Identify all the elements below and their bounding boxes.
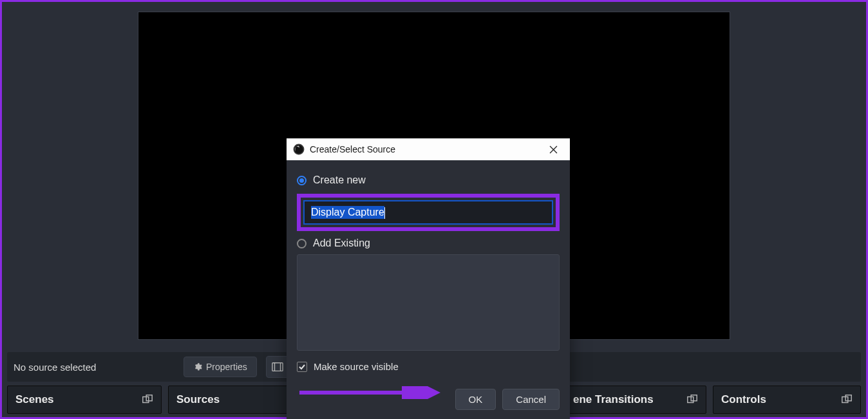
filters-icon — [272, 362, 283, 372]
name-input-highlight: Display Capture — [297, 194, 560, 231]
svg-rect-3 — [143, 397, 149, 403]
panel-header-controls[interactable]: Controls — [713, 386, 861, 414]
svg-rect-10 — [845, 395, 851, 401]
radio-unchecked-icon — [297, 239, 307, 248]
create-new-radio[interactable]: Create new — [297, 174, 560, 186]
make-visible-checkbox[interactable]: Make source visible — [297, 361, 560, 372]
panel-title-transitions: ene Transitions — [573, 393, 654, 406]
ok-button[interactable]: OK — [455, 389, 496, 410]
gear-icon — [193, 362, 202, 371]
svg-rect-9 — [842, 397, 848, 403]
panel-title-scenes: Scenes — [15, 393, 54, 406]
cancel-button[interactable]: Cancel — [502, 389, 560, 410]
dialog-title: Create/Select Source — [310, 144, 538, 154]
panel-title-controls: Controls — [721, 393, 766, 406]
add-existing-label: Add Existing — [313, 237, 370, 249]
add-existing-radio[interactable]: Add Existing — [297, 237, 560, 249]
svg-rect-0 — [272, 363, 283, 371]
dock-icon[interactable] — [841, 394, 853, 405]
text-caret — [384, 207, 385, 219]
dock-icon[interactable] — [686, 394, 698, 405]
properties-button-label: Properties — [206, 362, 247, 372]
create-new-label: Create new — [313, 174, 366, 186]
checkbox-checked-icon — [297, 362, 307, 372]
source-status-text: No source selected — [14, 362, 175, 373]
source-name-input[interactable]: Display Capture — [303, 200, 553, 225]
panel-header-transitions[interactable]: ene Transitions — [565, 386, 706, 414]
panel-title-sources: Sources — [176, 393, 220, 406]
create-source-dialog: Create/Select Source Create new Display … — [287, 138, 570, 419]
make-visible-label: Make source visible — [314, 361, 399, 372]
close-icon — [549, 145, 558, 154]
obs-logo-icon — [293, 144, 305, 155]
panel-header-scenes[interactable]: Scenes — [7, 386, 162, 414]
dialog-close-button[interactable] — [543, 139, 563, 160]
dialog-titlebar[interactable]: Create/Select Source — [287, 138, 570, 160]
svg-rect-7 — [688, 397, 693, 403]
svg-rect-4 — [146, 395, 152, 401]
radio-checked-icon — [297, 176, 307, 185]
existing-sources-list[interactable] — [297, 254, 560, 351]
source-name-value: Display Capture — [311, 206, 384, 219]
properties-button[interactable]: Properties — [184, 357, 257, 377]
svg-rect-8 — [691, 395, 697, 401]
filters-button[interactable] — [266, 356, 289, 378]
dock-icon[interactable] — [142, 394, 153, 405]
